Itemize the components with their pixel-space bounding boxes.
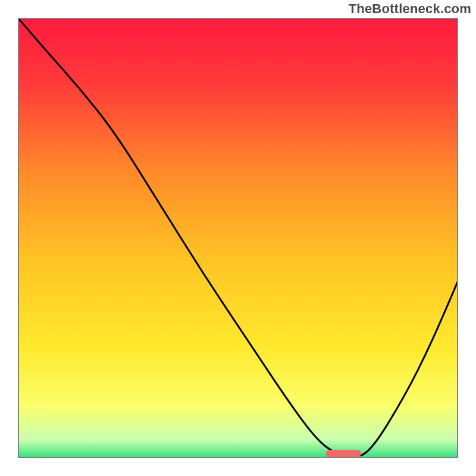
optimal-marker (326, 450, 361, 458)
gradient-background (18, 18, 458, 458)
bottleneck-chart (0, 0, 476, 476)
watermark-text: TheBottleneck.com (349, 1, 471, 17)
